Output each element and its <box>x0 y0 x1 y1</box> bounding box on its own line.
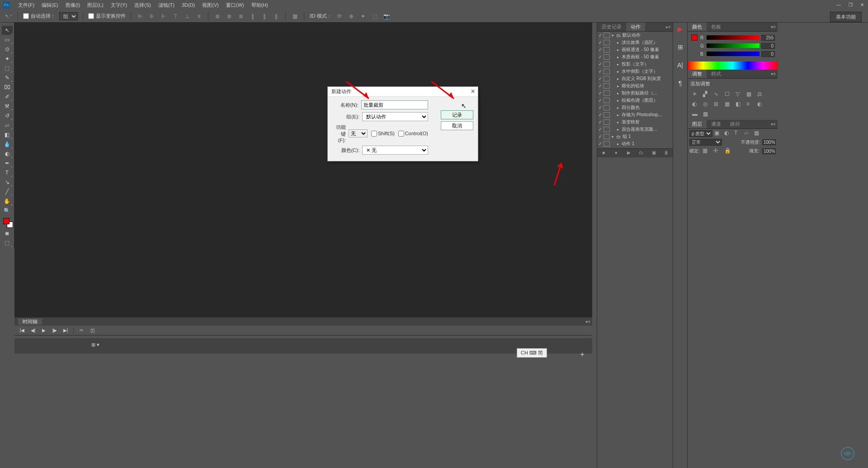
photo-icon[interactable]: ◎ <box>703 101 711 108</box>
levels-icon[interactable]: ▞ <box>703 91 711 98</box>
r-slider[interactable] <box>707 35 760 40</box>
3d-icon[interactable]: ⟳ <box>335 12 344 20</box>
window-maximize[interactable]: ❐ <box>844 0 856 9</box>
paragraph-dock-icon[interactable]: ¶ <box>676 79 685 88</box>
menu-view[interactable]: 视图(V) <box>198 2 222 9</box>
mute-icon[interactable]: ✂ <box>78 328 85 333</box>
action-row[interactable]: ✓▸存储为 Photoshop... <box>597 111 673 118</box>
new-folder-icon[interactable]: 🗀 <box>637 150 645 156</box>
window-minimize[interactable]: — <box>833 0 844 9</box>
invert-icon[interactable]: ◧ <box>736 101 744 108</box>
delete-icon[interactable]: 🗑 <box>663 150 670 156</box>
align-icon[interactable]: ⊩ <box>160 12 168 20</box>
history-tab[interactable]: 历史记录 <box>597 23 626 31</box>
action-row[interactable]: ✓▸棕褐色调（图层） <box>597 97 673 104</box>
action-row[interactable]: ✓▸画框通道 - 50 像素 <box>597 46 673 53</box>
move-tool[interactable]: ↖ <box>2 26 13 35</box>
menu-layer[interactable]: 图层(L) <box>84 2 107 9</box>
auto-select-check[interactable]: 自动选择： <box>23 13 56 19</box>
lock-all-icon[interactable]: 🔒 <box>724 147 732 155</box>
first-frame-icon[interactable]: |◀ <box>19 328 25 333</box>
cb-icon[interactable]: ⚖ <box>757 91 765 98</box>
distribute-icon[interactable]: ‖ <box>272 12 280 20</box>
stamp-tool[interactable]: ⚒ <box>2 102 13 111</box>
eraser-tool[interactable]: ▱ <box>2 121 13 130</box>
distribute-icon[interactable]: ‖ <box>260 12 269 20</box>
menu-help[interactable]: 帮助(H) <box>248 2 272 9</box>
gradient-icon[interactable]: ▬ <box>692 111 700 118</box>
brush-tool[interactable]: ✐ <box>2 92 13 101</box>
prev-frame-icon[interactable]: ◀| <box>30 328 36 333</box>
menu-3d[interactable]: 3D(D) <box>178 2 198 8</box>
shape-tool[interactable]: ╱ <box>2 187 13 196</box>
action-row[interactable]: ✓▸熔化的铅块 <box>597 82 673 90</box>
add-media-icon[interactable]: + <box>578 350 587 359</box>
fill-value[interactable]: 100% <box>762 148 776 154</box>
layers-tab[interactable]: 图层 <box>688 120 707 128</box>
screenmode-tool[interactable]: ⬚ <box>2 238 13 247</box>
name-input[interactable] <box>361 100 428 109</box>
ime-indicator[interactable]: CH ⌨ 简 <box>517 348 547 358</box>
action-row[interactable]: ✓▸动作 1 <box>597 140 673 147</box>
action-row[interactable]: ✓▾🗀默认动作 <box>597 32 673 39</box>
properties-dock-icon[interactable]: ⊞ <box>676 43 685 52</box>
styles-tab[interactable]: 样式 <box>707 70 726 78</box>
channels-tab[interactable]: 通道 <box>707 120 726 128</box>
3d-icon[interactable]: 📷 <box>382 12 391 20</box>
record-icon[interactable]: ● <box>613 150 620 156</box>
crop-tool[interactable]: ⬚ <box>2 64 13 73</box>
play-button-icon[interactable]: ▶ <box>41 328 47 333</box>
lock-position-icon[interactable]: ✢ <box>713 147 722 155</box>
3d-icon[interactable]: ✦ <box>359 12 367 20</box>
menu-filter[interactable]: 滤镜(T) <box>155 2 178 9</box>
menu-select[interactable]: 选择(S) <box>131 2 155 9</box>
foreground-color[interactable] <box>3 218 9 224</box>
history-brush-tool[interactable]: ↺ <box>2 111 13 120</box>
zoom-tool[interactable]: 🔍 <box>2 206 13 215</box>
align-icon[interactable]: ⊥ <box>183 12 191 20</box>
selective-icon[interactable]: ▩ <box>703 111 711 118</box>
filter-smart-icon[interactable]: ▦ <box>754 130 762 137</box>
color-select[interactable]: ✕ 无 <box>362 146 428 155</box>
action-row[interactable]: ✓▸投影（文字） <box>597 61 673 68</box>
curves-icon[interactable]: ∿ <box>714 91 722 98</box>
play-icon[interactable]: ▶ <box>625 150 632 156</box>
cancel-button[interactable]: 取消 <box>441 121 473 130</box>
settings-icon[interactable]: ◫ <box>89 328 95 333</box>
g-slider[interactable] <box>707 43 760 48</box>
healing-tool[interactable]: ⌧ <box>2 83 13 92</box>
bw-icon[interactable]: ◐ <box>692 101 700 108</box>
menu-window[interactable]: 窗口(W) <box>222 2 248 9</box>
color-spectrum[interactable] <box>688 61 778 71</box>
color-tab[interactable]: 颜色 <box>688 23 707 31</box>
menu-file[interactable]: 文件(F) <box>14 2 38 9</box>
eyedropper-tool[interactable]: ✎ <box>2 73 13 82</box>
align-icon[interactable]: ⊪ <box>148 12 156 20</box>
3d-icon[interactable]: ⬚ <box>371 12 379 20</box>
distribute-icon[interactable]: ≣ <box>213 12 222 20</box>
gradient-tool[interactable]: ◧ <box>2 130 13 139</box>
actions-tab[interactable]: 动作 <box>626 23 645 31</box>
path-tool[interactable]: ↘ <box>2 178 13 187</box>
menu-text[interactable]: 文字(Y) <box>107 2 131 9</box>
dodge-tool[interactable]: ◐ <box>2 149 13 158</box>
record-button[interactable]: 记录 <box>441 110 473 119</box>
panel-menu-icon[interactable]: ▾≡ <box>771 71 776 76</box>
align-icon[interactable]: ≡ <box>195 12 203 20</box>
filter-shape-icon[interactable]: ▱ <box>744 130 752 137</box>
action-row[interactable]: ✓▸自定义 RGB 到灰度 <box>597 75 673 82</box>
last-frame-icon[interactable]: ▶| <box>62 328 69 333</box>
action-row[interactable]: ✓▸淡出效果（选区） <box>597 39 673 46</box>
b-slider[interactable] <box>707 52 760 56</box>
panel-menu-icon[interactable]: ▾≡ <box>771 24 776 29</box>
distribute-icon[interactable]: ≣ <box>237 12 245 20</box>
action-row[interactable]: ✓▸制作剪贴路径（... <box>597 90 673 97</box>
distribute-icon[interactable]: ≣ <box>225 12 233 20</box>
text-tool[interactable]: T <box>2 168 13 177</box>
menu-image[interactable]: 图像(I) <box>62 2 84 9</box>
filter-image-icon[interactable]: ▣ <box>714 130 722 137</box>
3d-icon[interactable]: ⊕ <box>347 12 355 20</box>
exposure-icon[interactable]: ☐ <box>725 91 733 98</box>
magic-wand-tool[interactable]: ✦ <box>2 54 13 63</box>
threshold-icon[interactable]: ◐ <box>757 101 765 108</box>
